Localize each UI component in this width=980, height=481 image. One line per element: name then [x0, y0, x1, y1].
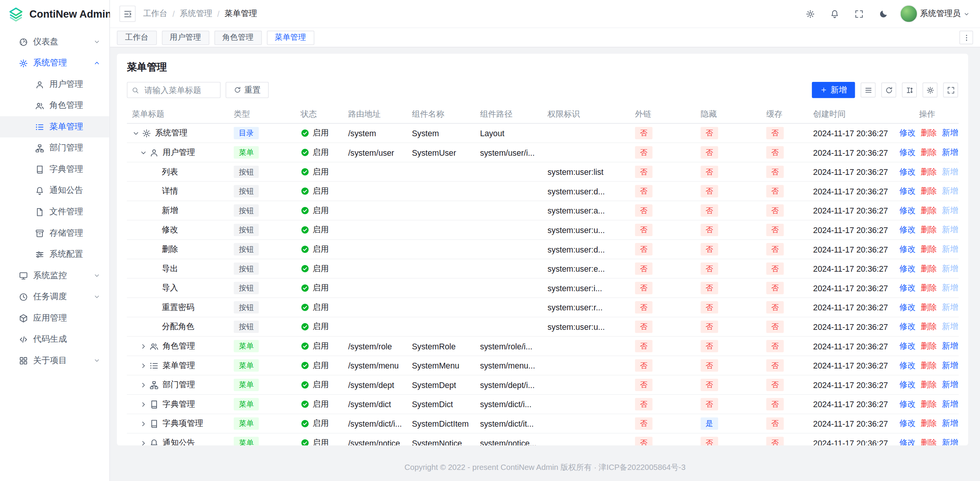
delete-link[interactable]: 删除 — [921, 263, 937, 274]
add-link[interactable]: 新增 — [942, 341, 958, 352]
breadcrumb-item[interactable]: 系统管理 — [180, 8, 212, 19]
add-link[interactable]: 新增 — [942, 282, 958, 293]
sidebar-item[interactable]: 菜单管理 — [0, 116, 109, 138]
delete-link[interactable]: 删除 — [921, 379, 937, 390]
modify-link[interactable]: 修改 — [899, 224, 915, 235]
tab[interactable]: 工作台 — [117, 30, 157, 45]
delete-link[interactable]: 删除 — [921, 147, 937, 158]
add-link[interactable]: 新增 — [942, 418, 958, 429]
delete-link[interactable]: 删除 — [921, 224, 937, 235]
delete-link[interactable]: 删除 — [921, 244, 937, 255]
delete-link[interactable]: 删除 — [921, 166, 937, 177]
add-link[interactable]: 新增 — [942, 244, 958, 255]
modify-link[interactable]: 修改 — [899, 263, 915, 274]
sidebar-item[interactable]: 文件管理 — [0, 201, 109, 223]
modify-link[interactable]: 修改 — [899, 360, 915, 371]
sidebar-item[interactable]: 系统监控 — [0, 265, 109, 286]
expand-icon[interactable] — [139, 419, 147, 427]
add-link[interactable]: 新增 — [942, 186, 958, 197]
delete-link[interactable]: 删除 — [921, 399, 937, 410]
add-link[interactable]: 新增 — [942, 224, 958, 235]
modify-link[interactable]: 修改 — [899, 127, 915, 139]
sidebar-item[interactable]: 部门管理 — [0, 137, 109, 159]
add-link[interactable]: 新增 — [942, 263, 958, 274]
row-height-button[interactable] — [902, 83, 917, 98]
modify-link[interactable]: 修改 — [899, 244, 915, 255]
fullscreen-button[interactable] — [851, 6, 866, 21]
tab[interactable]: 菜单管理 — [266, 30, 314, 45]
add-link[interactable]: 新增 — [942, 437, 958, 445]
sidebar-item[interactable]: 任务调度 — [0, 286, 109, 308]
sidebar-item[interactable]: 字典管理 — [0, 159, 109, 180]
modify-link[interactable]: 修改 — [899, 302, 915, 313]
modify-link[interactable]: 修改 — [899, 341, 915, 352]
search-input[interactable] — [143, 85, 220, 95]
user-menu[interactable]: 系统管理员 — [900, 5, 970, 23]
add-link[interactable]: 新增 — [942, 147, 958, 158]
tab[interactable]: 用户管理 — [162, 30, 209, 45]
sidebar-item[interactable]: 用户管理 — [0, 74, 109, 95]
sidebar-item[interactable]: 存储管理 — [0, 222, 109, 244]
expand-icon[interactable] — [139, 381, 147, 389]
delete-link[interactable]: 删除 — [921, 302, 937, 313]
delete-link[interactable]: 删除 — [921, 360, 937, 371]
tab-options-button[interactable] — [959, 31, 973, 44]
expand-icon[interactable] — [139, 342, 147, 350]
modify-link[interactable]: 修改 — [899, 321, 915, 332]
add-button[interactable]: 新增 — [812, 82, 855, 98]
add-link[interactable]: 新增 — [942, 379, 958, 390]
refresh-table-button[interactable] — [881, 83, 896, 98]
expand-icon[interactable] — [139, 400, 147, 408]
table-fullscreen-button[interactable] — [943, 83, 958, 98]
reset-button[interactable]: 重置 — [225, 82, 269, 98]
delete-link[interactable]: 删除 — [921, 127, 937, 139]
delete-link[interactable]: 删除 — [921, 321, 937, 332]
brand[interactable]: ContiNew Admin — [0, 0, 109, 28]
modify-link[interactable]: 修改 — [899, 399, 915, 410]
delete-link[interactable]: 删除 — [921, 341, 937, 352]
cell-external: 否 — [630, 282, 696, 294]
modify-link[interactable]: 修改 — [899, 186, 915, 197]
modify-link[interactable]: 修改 — [899, 166, 915, 177]
expand-icon[interactable] — [139, 439, 147, 445]
notifications-button[interactable] — [827, 6, 842, 21]
modify-link[interactable]: 修改 — [899, 418, 915, 429]
modify-link[interactable]: 修改 — [899, 379, 915, 390]
expand-icon[interactable] — [139, 361, 147, 369]
add-link[interactable]: 新增 — [942, 127, 958, 139]
sidebar-collapse-button[interactable] — [119, 6, 136, 22]
sidebar-item[interactable]: 通知公告 — [0, 180, 109, 201]
cell-status: 启用 — [296, 437, 343, 445]
modify-link[interactable]: 修改 — [899, 205, 915, 216]
cell-hidden: 否 — [696, 146, 761, 159]
modify-link[interactable]: 修改 — [899, 147, 915, 158]
delete-link[interactable]: 删除 — [921, 282, 937, 293]
list-view-button[interactable] — [861, 83, 875, 98]
tab[interactable]: 角色管理 — [214, 30, 261, 45]
sidebar-item[interactable]: 系统管理 — [0, 52, 109, 74]
sidebar-item[interactable]: 系统配置 — [0, 244, 109, 265]
add-link[interactable]: 新增 — [942, 321, 958, 332]
sidebar-item[interactable]: 角色管理 — [0, 95, 109, 116]
delete-link[interactable]: 删除 — [921, 437, 937, 445]
column-settings-button[interactable] — [923, 83, 938, 98]
sidebar-item[interactable]: 代码生成 — [0, 329, 109, 350]
add-link[interactable]: 新增 — [942, 205, 958, 216]
theme-toggle-button[interactable] — [875, 6, 890, 21]
sidebar-item[interactable]: 仪表盘 — [0, 31, 109, 53]
sidebar-item[interactable]: 关于项目 — [0, 350, 109, 371]
add-link[interactable]: 新增 — [942, 302, 958, 313]
add-link[interactable]: 新增 — [942, 399, 958, 410]
settings-button[interactable] — [802, 6, 817, 21]
expand-icon[interactable] — [132, 129, 140, 137]
expand-icon[interactable] — [139, 148, 147, 157]
sidebar-item[interactable]: 应用管理 — [0, 307, 109, 329]
modify-link[interactable]: 修改 — [899, 282, 915, 293]
delete-link[interactable]: 删除 — [921, 186, 937, 197]
add-link[interactable]: 新增 — [942, 166, 958, 177]
breadcrumb-item[interactable]: 工作台 — [143, 8, 168, 19]
add-link[interactable]: 新增 — [942, 360, 958, 371]
modify-link[interactable]: 修改 — [899, 437, 915, 445]
delete-link[interactable]: 删除 — [921, 205, 937, 216]
delete-link[interactable]: 删除 — [921, 418, 937, 429]
